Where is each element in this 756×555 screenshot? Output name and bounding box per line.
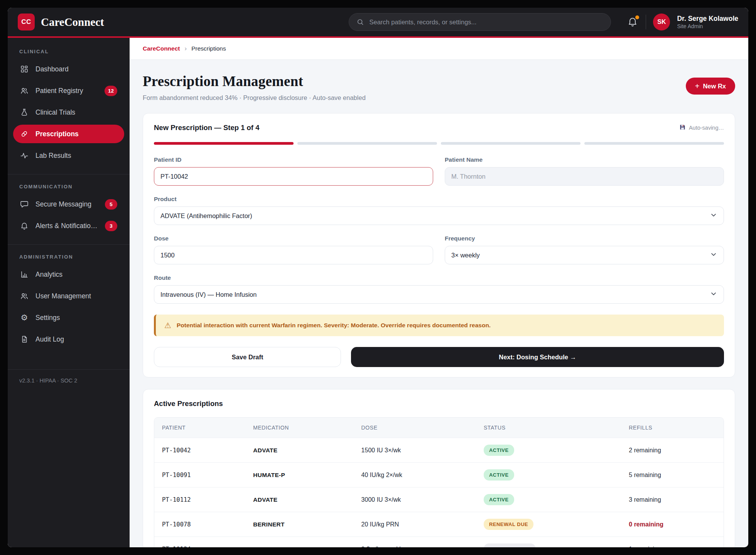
gear-icon: ⚙	[20, 313, 29, 322]
sidebar-item-label: Secure Messaging	[35, 200, 91, 208]
new-rx-button[interactable]: + New Rx	[686, 78, 735, 95]
frequency-select[interactable]: 3× weekly	[445, 246, 724, 264]
breadcrumb-root[interactable]: CareConnect	[143, 45, 180, 52]
status-badge: ACTIVE	[484, 469, 514, 481]
sidebar-item-label: Clinical Trials	[35, 108, 75, 117]
cell-dose: 3000 IU 3×/wk	[354, 490, 476, 510]
product-label: Product	[154, 196, 724, 203]
bell-icon	[20, 222, 29, 230]
warning-message: Potential interaction with current Warfa…	[177, 322, 491, 329]
column-header: STATUS	[476, 418, 621, 438]
sidebar-item-label: Prescriptions	[35, 130, 79, 138]
sidebar-item-prescriptions[interactable]: Prescriptions	[13, 125, 124, 143]
sidebar-item-lab-results[interactable]: Lab Results	[13, 146, 124, 165]
flask-icon	[20, 108, 29, 117]
section-label: CLINICAL	[8, 44, 130, 57]
sidebar-item-alerts[interactable]: Alerts & Notificatio… 3	[13, 217, 124, 235]
frequency-value: 3× weekly	[451, 252, 480, 259]
notifications-bell-icon[interactable]	[627, 16, 639, 28]
cell-medication: HIZENTRA	[245, 539, 353, 548]
sidebar-item-patient-registry[interactable]: Patient Registry 12	[13, 81, 124, 100]
progress-segment	[154, 142, 294, 145]
main-content: CareConnect › Prescriptions Prescription…	[130, 38, 748, 547]
page-content: Prescription Management Form abandonment…	[130, 60, 748, 547]
floppy-disk-icon	[679, 124, 686, 132]
search-input[interactable]	[369, 19, 604, 26]
user-role: Site Admin	[677, 23, 738, 29]
dose-field[interactable]	[154, 246, 433, 264]
waveform-icon	[20, 151, 29, 160]
next-step-button[interactable]: Next: Dosing Schedule →	[351, 347, 724, 367]
table-row[interactable]: PT-10112 ADVATE 3000 IU 3×/wk ACTIVE 3 r…	[154, 487, 724, 512]
status-badge: ACTIVE	[484, 445, 514, 456]
messaging-badge: 5	[105, 199, 117, 210]
breadcrumb-separator: ›	[184, 45, 187, 52]
cell-medication: HUMATE-P	[245, 465, 353, 485]
page-subtitle: Form abandonment reduced 34% · Progressi…	[143, 94, 366, 102]
sidebar-item-label: Lab Results	[35, 152, 71, 160]
cell-patient: PT-10042	[154, 440, 245, 460]
sidebar: CLINICAL Dashboard Patient Registry 12	[8, 38, 130, 547]
column-header: DOSE	[354, 418, 476, 438]
cell-patient: PT-10134	[154, 539, 245, 548]
sidebar-item-dashboard[interactable]: Dashboard	[13, 60, 124, 78]
section-label: ADMINISTRATION	[8, 249, 130, 262]
patient-registry-badge: 12	[105, 86, 117, 96]
table-row[interactable]: PT-10134 HIZENTRA 0.2 g/kg weekly UNDER …	[154, 536, 724, 547]
global-search[interactable]	[349, 13, 611, 31]
dashboard-grid-icon	[20, 65, 29, 73]
sidebar-item-secure-messaging[interactable]: Secure Messaging 5	[13, 195, 124, 213]
cell-patient: PT-10091	[154, 465, 245, 485]
user-name: Dr. Serge Kolawole	[677, 15, 738, 23]
frequency-label: Frequency	[445, 235, 724, 242]
bar-chart-icon	[20, 270, 29, 279]
brand-logo[interactable]: CC	[18, 14, 35, 30]
patients-icon	[20, 86, 29, 95]
brand-name: CareConnect	[41, 16, 104, 29]
product-select[interactable]: ADVATE (Antihemophilic Factor)	[154, 206, 724, 225]
step-progress-bar	[154, 142, 724, 145]
new-rx-label: New Rx	[703, 83, 726, 90]
column-header: REFILLS	[621, 418, 724, 438]
table-row[interactable]: PT-10091 HUMATE-P 40 IU/kg 2×/wk ACTIVE …	[154, 462, 724, 487]
sidebar-item-label: Patient Registry	[35, 87, 83, 95]
sidebar-item-clinical-trials[interactable]: Clinical Trials	[13, 103, 124, 122]
route-select[interactable]: Intravenous (IV) — Home Infusion	[154, 285, 724, 304]
cell-refills: 3 remaining	[621, 490, 724, 510]
interaction-warning-banner: ⚠ Potential interaction with current War…	[154, 315, 724, 336]
sidebar-item-user-management[interactable]: User Management	[13, 287, 124, 305]
warning-icon: ⚠	[164, 321, 171, 330]
header-divider	[646, 15, 646, 29]
patient-name-label: Patient Name	[445, 156, 724, 163]
patient-id-field[interactable]	[154, 167, 433, 186]
sidebar-item-label: User Management	[35, 292, 91, 300]
table-title: Active Prescriptions	[154, 399, 724, 408]
cell-dose: 40 IU/kg 2×/wk	[354, 465, 476, 485]
user-menu[interactable]: Dr. Serge Kolawole Site Admin	[677, 15, 738, 29]
route-value: Intravenous (IV) — Home Infusion	[160, 291, 256, 298]
sidebar-item-label: Analytics	[35, 271, 62, 279]
sidebar-item-label: Alerts & Notificatio…	[35, 222, 97, 230]
plus-icon: +	[695, 82, 700, 91]
status-badge: UNDER REVIEW	[484, 543, 536, 547]
sidebar-section-communication: COMMUNICATION Secure Messaging 5 Alerts …	[8, 174, 130, 238]
cell-patient: PT-10078	[154, 514, 245, 535]
users-icon	[20, 292, 29, 300]
status-badge: ACTIVE	[484, 494, 514, 505]
patient-name-field	[445, 167, 724, 186]
cell-dose: 0.2 g/kg weekly	[354, 539, 476, 548]
form-title: New Prescription — Step 1 of 4	[154, 124, 259, 132]
save-draft-button[interactable]: Save Draft	[154, 347, 341, 367]
user-avatar[interactable]: SK	[653, 14, 670, 30]
table-row[interactable]: PT-10042 ADVATE 1500 IU 3×/wk ACTIVE 2 r…	[154, 438, 724, 462]
active-prescriptions-card: Active Prescriptions PATIENT MEDICATION …	[143, 389, 735, 547]
table-row[interactable]: PT-10078 BERINERT 20 IU/kg PRN RENEWAL D…	[154, 512, 724, 536]
autosave-status: Auto-saving…	[679, 124, 724, 132]
sidebar-item-analytics[interactable]: Analytics	[13, 265, 124, 284]
route-label: Route	[154, 274, 724, 281]
autosave-label: Auto-saving…	[689, 125, 724, 131]
sidebar-item-settings[interactable]: ⚙ Settings	[13, 308, 124, 327]
top-header: CC CareConnect SK Dr. Serge Kolawole Sit…	[8, 8, 748, 38]
breadcrumb: CareConnect › Prescriptions	[130, 38, 748, 60]
sidebar-item-audit-log[interactable]: Audit Log	[13, 330, 124, 349]
